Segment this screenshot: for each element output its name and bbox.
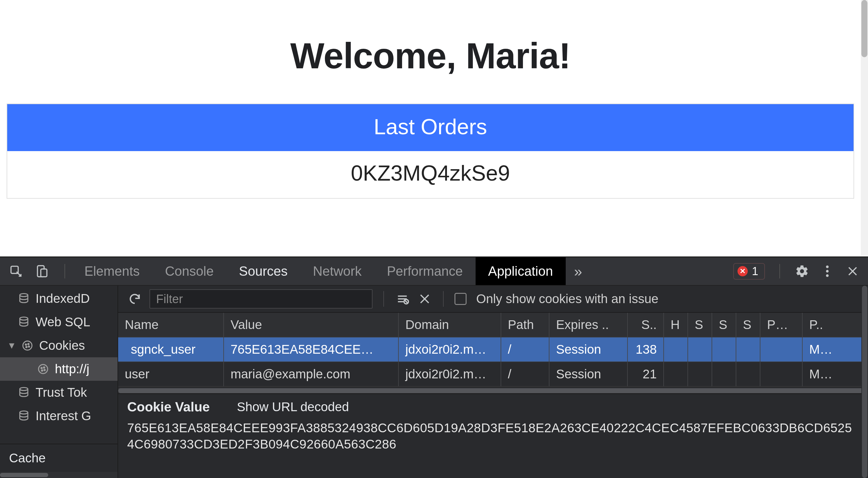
divider xyxy=(443,291,444,307)
sidebar-item-label: IndexedD xyxy=(36,292,90,306)
cookies-pane: Only show cookies with an issue Name Val… xyxy=(118,286,868,478)
cell-s2 xyxy=(712,337,736,362)
table-row[interactable]: usermaria@example.comjdxoi2r0i2.m…/Sessi… xyxy=(118,362,868,386)
main-scrollbar[interactable] xyxy=(861,286,868,478)
cell-h xyxy=(664,362,688,386)
cell-h xyxy=(664,337,688,362)
errors-count: 1 xyxy=(752,265,758,278)
cell-name: sgnck_user xyxy=(118,337,224,362)
scrollbar-thumb[interactable] xyxy=(0,473,48,477)
tabs-overflow[interactable]: » xyxy=(566,263,591,280)
database-icon xyxy=(17,315,31,329)
page-scrollbar[interactable] xyxy=(861,0,868,256)
col-sameparty[interactable]: S xyxy=(736,313,760,337)
col-expires[interactable]: Expires .. xyxy=(549,313,627,337)
sidebar-item-cookies-origin[interactable]: http://j xyxy=(0,357,118,381)
device-toggle-icon[interactable] xyxy=(34,264,50,279)
cell-s3 xyxy=(736,337,760,362)
col-size[interactable]: S.. xyxy=(627,313,664,337)
svg-rect-2 xyxy=(41,269,47,277)
svg-point-16 xyxy=(41,370,43,371)
table-row[interactable]: sgnck_user765E613EA58E84CEE…jdxoi2r0i2.m… xyxy=(118,337,868,362)
tab-network[interactable]: Network xyxy=(300,258,374,285)
col-domain[interactable]: Domain xyxy=(398,313,501,337)
col-priority[interactable]: P.. xyxy=(802,313,868,337)
svg-point-19 xyxy=(20,411,28,414)
orders-panel: Last Orders 0KZ3MQ4zkSe9 xyxy=(7,104,854,199)
errors-badge[interactable]: ✕ 1 xyxy=(733,263,765,280)
cell-s1 xyxy=(688,337,712,362)
col-samesite[interactable]: S xyxy=(712,313,736,337)
svg-point-4 xyxy=(826,270,829,273)
sidebar-item-cookies[interactable]: ▼ Cookies xyxy=(0,334,118,357)
svg-point-6 xyxy=(20,294,28,297)
scrollbar-thumb[interactable] xyxy=(118,388,868,393)
filter-input[interactable] xyxy=(150,289,373,309)
application-sidebar: IndexedD Web SQL ▼ xyxy=(0,286,118,478)
kebab-icon[interactable] xyxy=(820,264,835,279)
refresh-icon[interactable] xyxy=(127,292,142,306)
devtools-tabbar: Elements Console Sources Network Perform… xyxy=(0,258,868,286)
tab-application[interactable]: Application xyxy=(475,258,566,285)
cell-p2: M… xyxy=(802,337,868,362)
tab-console[interactable]: Console xyxy=(152,258,226,285)
cell-s1 xyxy=(688,362,712,386)
divider xyxy=(64,264,65,278)
svg-point-18 xyxy=(20,387,28,390)
inspect-icon[interactable] xyxy=(8,264,24,279)
cell-domain: jdxoi2r0i2.m… xyxy=(398,337,501,362)
chevron-down-icon: ▼ xyxy=(7,340,15,351)
scrollbar-thumb[interactable] xyxy=(862,286,867,478)
gear-icon[interactable] xyxy=(795,264,809,279)
sidebar-section-cache[interactable]: Cache xyxy=(0,444,118,472)
col-partitionkey[interactable]: P… xyxy=(760,313,802,337)
cookie-icon xyxy=(21,339,34,352)
sidebar-item-websql[interactable]: Web SQL xyxy=(0,310,118,334)
sidebar-item-label: Trust Tok xyxy=(36,385,87,400)
sidebar-item-trust-tokens[interactable]: Trust Tok xyxy=(0,381,118,404)
tabbar-right: ✕ 1 xyxy=(733,258,868,285)
svg-point-3 xyxy=(826,266,829,268)
tabbar-left-icons xyxy=(0,258,69,285)
cell-path: / xyxy=(501,362,549,386)
col-name[interactable]: Name xyxy=(118,313,224,337)
svg-point-10 xyxy=(28,343,29,345)
sidebar-list: IndexedD Web SQL ▼ xyxy=(0,286,118,444)
show-url-decoded-checkbox[interactable] xyxy=(218,401,229,413)
cookie-value-pane: Cookie Value Show URL decoded 765E613EA5… xyxy=(118,394,868,461)
sidebar-item-indexeddb[interactable]: IndexedD xyxy=(0,287,118,310)
only-issues-checkbox[interactable] xyxy=(455,293,467,305)
col-httponly[interactable]: H xyxy=(664,313,688,337)
col-value[interactable]: Value xyxy=(224,313,398,337)
sidebar-scrollbar[interactable] xyxy=(0,472,118,478)
cookies-toolbar: Only show cookies with an issue xyxy=(118,286,868,313)
delete-icon[interactable] xyxy=(417,292,432,306)
order-id: 0KZ3MQ4zkSe9 xyxy=(7,151,854,198)
cell-domain: jdxoi2r0i2.m… xyxy=(398,362,501,386)
clear-all-icon[interactable] xyxy=(395,292,410,306)
cell-name: user xyxy=(118,362,224,386)
tab-elements[interactable]: Elements xyxy=(72,258,152,285)
tab-sources[interactable]: Sources xyxy=(226,258,300,285)
cell-s2 xyxy=(712,362,736,386)
cookie-value-text[interactable]: 765E613EA58E84CEEE993FA3885324938CC6D605… xyxy=(127,420,859,452)
sidebar-item-label: Cookies xyxy=(39,338,85,353)
cell-path: / xyxy=(501,337,549,362)
show-url-decoded-label: Show URL decoded xyxy=(237,400,349,414)
sidebar-item-label: Web SQL xyxy=(36,315,90,329)
scrollbar-thumb[interactable] xyxy=(861,0,867,57)
cell-value: maria@example.com xyxy=(224,362,398,386)
tab-performance[interactable]: Performance xyxy=(374,258,475,285)
svg-point-17 xyxy=(44,369,45,371)
col-path[interactable]: Path xyxy=(501,313,549,337)
cookies-table-wrap: Name Value Domain Path Expires .. S.. H … xyxy=(118,313,868,387)
cell-p1 xyxy=(760,362,802,386)
divider xyxy=(779,264,780,278)
sidebar-item-interest-groups[interactable]: Interest G xyxy=(0,404,118,428)
col-secure[interactable]: S xyxy=(688,313,712,337)
close-icon[interactable] xyxy=(845,264,860,279)
cookies-scrollbar[interactable] xyxy=(118,387,868,394)
page-title: Welcome, Maria! xyxy=(0,35,861,76)
svg-point-13 xyxy=(38,365,48,374)
svg-point-11 xyxy=(26,346,27,348)
